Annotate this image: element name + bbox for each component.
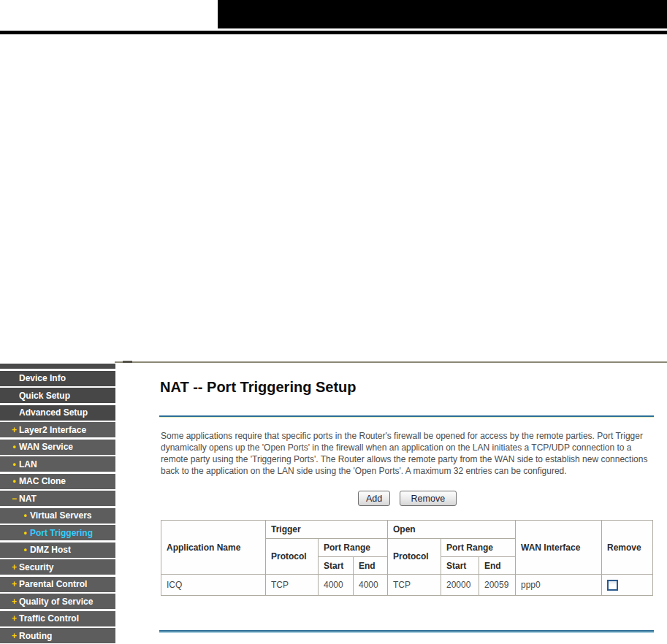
- col-header-trigger-port-range: Port Range: [319, 539, 388, 557]
- cell-open-end: 20059: [479, 575, 516, 596]
- cell-open-protocol: TCP: [388, 575, 441, 596]
- col-header-open-start: Start: [441, 557, 479, 575]
- sidebar-item-quick-setup[interactable]: Quick Setup: [0, 388, 115, 403]
- frame-separator-accent: [123, 361, 132, 363]
- col-header-wan-interface: WAN Interface: [516, 521, 602, 575]
- frame-separator-line: [115, 361, 667, 363]
- sidebar-top-bar: [0, 364, 115, 369]
- sidebar-item-label: Quick Setup: [19, 391, 70, 401]
- cell-open-start: 20000: [441, 575, 479, 596]
- description-text: Some applications require that specific …: [161, 430, 655, 477]
- sidebar-item-lan[interactable]: • LAN: [0, 456, 115, 472]
- bullet-icon: •: [10, 476, 18, 486]
- sidebar-item-label: NAT: [19, 494, 37, 504]
- sidebar-item-parental-control[interactable]: + Parental Control: [0, 577, 115, 592]
- col-header-open-protocol: Protocol: [388, 539, 441, 575]
- col-header-open-port-range: Port Range: [441, 539, 516, 557]
- col-header-open-end: End: [479, 557, 516, 575]
- sidebar: Device Info Quick Setup Advanced Setup +…: [0, 364, 115, 644]
- sidebar-item-security[interactable]: + Security: [0, 559, 115, 575]
- cell-remove: [602, 575, 653, 596]
- cell-application-name: ICQ: [161, 575, 266, 596]
- sidebar-item-nat[interactable]: − NAT: [0, 491, 115, 506]
- title-divider: [159, 415, 654, 418]
- cell-wan-interface: ppp0: [516, 575, 602, 596]
- sidebar-item-label: Virtual Servers: [30, 510, 92, 521]
- sidebar-item-advanced-setup[interactable]: Advanced Setup: [0, 405, 115, 421]
- sidebar-item-quality-of-service[interactable]: + Quality of Service: [0, 594, 115, 609]
- plus-icon: +: [10, 562, 18, 572]
- sidebar-item-label: Security: [19, 562, 53, 572]
- sidebar-item-mac-clone[interactable]: • MAC Clone: [0, 474, 115, 489]
- sidebar-item-virtual-servers[interactable]: • Virtual Servers: [0, 508, 115, 524]
- sidebar-item-port-triggering[interactable]: • Port Triggering: [0, 525, 115, 540]
- col-header-open: Open: [388, 521, 516, 539]
- cell-trigger-protocol: TCP: [266, 575, 319, 596]
- table-row: ICQ TCP 4000 4000 TCP 20000 20059 ppp0: [161, 575, 653, 596]
- remove-checkbox[interactable]: [607, 580, 618, 591]
- col-header-trigger-protocol: Protocol: [266, 539, 319, 575]
- cell-trigger-start: 4000: [319, 575, 354, 596]
- sidebar-item-dmz-host[interactable]: • DMZ Host: [0, 543, 115, 558]
- plus-icon: +: [10, 579, 18, 589]
- sidebar-item-label: MAC Clone: [19, 476, 66, 486]
- sidebar-item-label: Advanced Setup: [19, 407, 88, 418]
- remove-button[interactable]: Remove: [400, 491, 457, 506]
- page-title: NAT -- Port Triggering Setup: [160, 379, 357, 395]
- sidebar-item-traffic-control[interactable]: + Traffic Control: [0, 611, 115, 626]
- sidebar-item-routing[interactable]: + Routing: [0, 628, 115, 643]
- sidebar-item-device-info[interactable]: Device Info: [0, 371, 115, 386]
- bottom-divider: [159, 630, 654, 633]
- plus-icon: +: [10, 613, 18, 624]
- bullet-icon: •: [21, 545, 29, 555]
- col-header-application-name: Application Name: [161, 521, 266, 575]
- sidebar-item-layer2-interface[interactable]: + Layer2 Interface: [0, 422, 115, 437]
- sidebar-item-label: DMZ Host: [30, 545, 71, 555]
- sidebar-item-label: Layer2 Interface: [19, 425, 86, 435]
- header-rule: [0, 31, 667, 34]
- plus-icon: +: [10, 631, 18, 641]
- button-row: Add Remove: [161, 491, 654, 506]
- bullet-icon: •: [21, 510, 29, 521]
- bullet-icon: •: [21, 528, 29, 538]
- header-banner: [218, 0, 667, 28]
- sidebar-item-label: Parental Control: [19, 579, 87, 589]
- plus-icon: +: [10, 425, 18, 435]
- sidebar-item-label: Port Triggering: [30, 528, 93, 538]
- bullet-icon: •: [10, 442, 18, 452]
- port-triggering-table: Application Name Trigger Open WAN Interf…: [161, 520, 653, 596]
- sidebar-item-wan-service[interactable]: • WAN Service: [0, 440, 115, 455]
- add-button[interactable]: Add: [358, 491, 390, 506]
- sidebar-item-label: WAN Service: [19, 442, 73, 452]
- col-header-remove: Remove: [602, 521, 653, 575]
- bullet-icon: •: [10, 459, 18, 469]
- col-header-trigger-start: Start: [319, 557, 354, 575]
- sidebar-item-label: Traffic Control: [19, 613, 79, 624]
- col-header-trigger-end: End: [354, 557, 388, 575]
- sidebar-item-label: LAN: [19, 459, 37, 469]
- plus-icon: +: [10, 597, 18, 607]
- sidebar-item-label: Routing: [19, 631, 52, 641]
- col-header-trigger: Trigger: [266, 521, 388, 539]
- cell-trigger-end: 4000: [354, 575, 388, 596]
- minus-icon: −: [10, 494, 18, 504]
- sidebar-item-label: Quality of Service: [19, 597, 93, 607]
- sidebar-item-label: Device Info: [19, 373, 66, 383]
